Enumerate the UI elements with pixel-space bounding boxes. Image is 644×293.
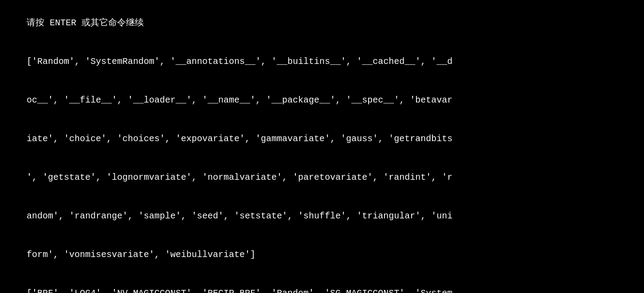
output-line3: iate', 'choice', 'choices', 'expovariate… (27, 134, 452, 144)
top-prompt-line: 请按 ENTER 或其它命令继续 (27, 18, 144, 28)
output-line4: ', 'getstate', 'lognormvariate', 'normal… (27, 172, 452, 182)
output-line2: oc__', '__file__', '__loader__', '__name… (27, 95, 452, 105)
output-line7: ['BPF', 'LOG4', 'NV_MAGICCONST', 'RECIP_… (27, 288, 452, 293)
output-line1: ['Random', 'SystemRandom', '__annotation… (27, 56, 452, 67)
output-line6: form', 'vonmisesvariate', 'weibullvariat… (27, 249, 255, 260)
terminal-output: 请按 ENTER 或其它命令继续 ['Random', 'SystemRando… (5, 4, 639, 293)
output-line5: andom', 'randrange', 'sample', 'seed', '… (27, 211, 452, 221)
terminal-window: 请按 ENTER 或其它命令继续 ['Random', 'SystemRando… (5, 4, 639, 293)
